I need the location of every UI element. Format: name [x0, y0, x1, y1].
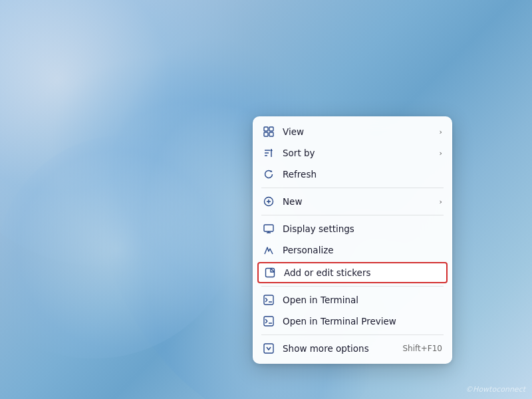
menu-item-refresh-label: Refresh	[283, 169, 442, 180]
svg-rect-20	[264, 317, 273, 326]
menu-item-new[interactable]: New ›	[253, 191, 452, 212]
menu-item-refresh[interactable]: Refresh	[253, 164, 452, 185]
svg-rect-16	[264, 295, 273, 305]
personalize-icon	[263, 244, 275, 256]
svg-rect-14	[266, 269, 275, 277]
menu-item-display-settings[interactable]: Display settings	[253, 218, 452, 239]
sort-arrow: ›	[440, 149, 442, 158]
watermark: ©Howtoconnect	[466, 385, 525, 394]
divider-2	[261, 215, 444, 215]
menu-item-open-terminal[interactable]: Open in Terminal	[253, 289, 452, 311]
refresh-icon	[263, 168, 275, 180]
menu-item-view-label: View	[283, 126, 432, 137]
show-more-options-shortcut: Shift+F10	[402, 344, 442, 353]
menu-item-open-terminal-preview[interactable]: Open in Terminal Preview	[253, 311, 452, 332]
menu-item-add-edit-stickers[interactable]: Add or edit stickers	[257, 262, 448, 283]
menu-item-display-settings-label: Display settings	[283, 223, 442, 234]
svg-line-22	[265, 321, 267, 323]
display-icon	[263, 223, 275, 235]
menu-item-personalize-label: Personalize	[283, 245, 442, 255]
svg-line-18	[265, 300, 267, 302]
menu-item-show-more-options[interactable]: Show more options Shift+F10	[253, 338, 452, 359]
divider-1	[261, 188, 444, 188]
view-arrow: ›	[440, 128, 442, 136]
svg-rect-11	[264, 225, 273, 231]
stickers-icon	[264, 267, 276, 279]
terminal-preview-icon	[263, 315, 275, 327]
menu-item-open-terminal-label: Open in Terminal	[283, 295, 442, 305]
menu-item-personalize[interactable]: Personalize	[253, 239, 452, 261]
divider-4	[261, 334, 444, 335]
sort-icon	[263, 147, 275, 159]
menu-item-sort-by[interactable]: Sort by ›	[253, 142, 452, 164]
menu-item-view[interactable]: View ›	[253, 121, 452, 142]
svg-rect-3	[269, 132, 273, 136]
svg-rect-2	[264, 132, 268, 136]
menu-item-show-more-options-label: Show more options	[283, 343, 394, 354]
menu-item-sort-by-label: Sort by	[283, 148, 432, 158]
view-icon	[263, 126, 275, 138]
terminal-icon	[263, 294, 275, 306]
more-options-icon	[263, 342, 275, 354]
divider-3	[261, 286, 444, 287]
new-icon	[263, 196, 275, 207]
svg-rect-0	[264, 127, 268, 131]
menu-item-open-terminal-preview-label: Open in Terminal Preview	[283, 316, 442, 327]
svg-rect-24	[264, 344, 273, 353]
svg-rect-1	[269, 127, 273, 131]
context-menu: View › Sort by › Refresh	[253, 116, 452, 364]
menu-item-add-edit-stickers-label: Add or edit stickers	[284, 267, 441, 278]
menu-item-new-label: New	[283, 196, 432, 207]
new-arrow: ›	[440, 198, 442, 206]
